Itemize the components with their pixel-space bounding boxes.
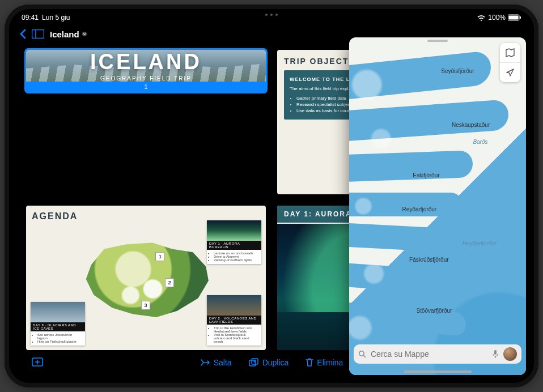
document-title[interactable]: Iceland (50, 29, 87, 39)
add-slide-button[interactable] (31, 357, 43, 368)
duplicate-label: Duplica (262, 358, 289, 367)
search-icon (358, 350, 366, 358)
map-label-water: Barðs (473, 139, 487, 145)
status-bar: 09:41 Lun 5 giu 100% (9, 9, 534, 24)
slide-1-title: ICELAND (90, 50, 202, 74)
svg-rect-15 (494, 350, 497, 355)
map-label: Stöðvarfjörður (417, 308, 452, 314)
svg-line-14 (363, 355, 366, 357)
mic-icon[interactable] (492, 350, 499, 359)
battery-percent: 100% (488, 14, 506, 22)
slide-1-wrap: ICELAND GEOGRAPHY FIELD TRIP 1 (26, 50, 266, 194)
slide-1-subtitle: GEOGRAPHY FIELD TRIP (90, 75, 202, 82)
day2-item: Trip to the Holuhraun and Herðubreið lav… (214, 326, 258, 333)
map-controls (500, 43, 520, 82)
map-label-water: Reyðarfjörður (463, 240, 497, 246)
slide-3[interactable]: AGENDA 1 2 3 DAY 1 · AURORA BOREALIS Lec… (26, 206, 266, 350)
trash-icon (306, 358, 313, 367)
skip-button[interactable]: Salta (200, 358, 232, 367)
wifi-icon (477, 14, 486, 21)
chevron-down-icon (82, 32, 87, 36)
back-button[interactable] (19, 29, 26, 39)
status-time: 09:41 (22, 14, 39, 22)
map-pin-1: 1 (155, 252, 164, 261)
battery-icon (508, 14, 521, 21)
day3-item: Sail across Jökulsárlón lagoon (37, 333, 82, 340)
map-label: Reyðarfjörður (402, 206, 437, 212)
multitask-dots-icon[interactable] (265, 14, 278, 16)
agenda-card-day2: DAY 2 · VOLCANOES AND LAVA FIELDS Trip t… (207, 295, 261, 346)
delete-button[interactable]: Elimina (306, 358, 343, 367)
map-label: Neskaupstaður (452, 122, 490, 128)
slide-1[interactable]: ICELAND GEOGRAPHY FIELD TRIP 1 (26, 50, 266, 92)
panel-grab-handle[interactable] (427, 40, 448, 42)
delete-label: Elimina (317, 358, 343, 367)
document-title-text: Iceland (50, 29, 79, 39)
svg-rect-1 (509, 16, 519, 20)
day1-item: Viewing of northern lights (214, 258, 258, 262)
duplicate-icon (249, 358, 259, 367)
status-date: Lun 5 giu (42, 14, 70, 22)
ipad-device: 09:41 Lun 5 giu 100% (5, 5, 538, 387)
day2-item: Visit to Snæfellsjökull volcano and blac… (214, 333, 258, 343)
map-pin-3: 3 (141, 301, 150, 310)
day3-item: Hike on Fjallsjökull glacier (37, 340, 82, 343)
maps-slideover-panel[interactable]: Seyðisfjörður Neskaupstaður Eskifjörður … (349, 37, 526, 375)
locate-me-button[interactable] (500, 62, 520, 82)
agenda-card-day3: DAY 3 · GLACIERS AND ICE CAVES Sail acro… (31, 302, 85, 346)
agenda-card-day1: DAY 1 · AURORA BOREALIS Lecture on auror… (207, 220, 261, 264)
maps-search-input[interactable] (371, 350, 487, 359)
skip-label: Salta (214, 358, 232, 367)
map-label: Fáskrúðsfjörður (409, 257, 448, 263)
sidebar-toggle-icon[interactable] (32, 29, 44, 39)
map-pin-2: 2 (165, 278, 174, 287)
map-mode-button[interactable] (500, 43, 520, 62)
screen: 09:41 Lun 5 giu 100% (9, 9, 534, 383)
svg-rect-2 (520, 16, 521, 19)
map-label: Seyðisfjörður (441, 68, 474, 74)
svg-point-13 (359, 351, 364, 356)
svg-rect-3 (32, 30, 44, 39)
duplicate-button[interactable]: Duplica (249, 358, 289, 367)
account-avatar[interactable] (503, 347, 517, 361)
map-label: Eskifjörður (413, 172, 439, 178)
skip-arrow-icon (200, 359, 210, 367)
home-indicator[interactable] (404, 370, 472, 373)
svg-point-5 (82, 32, 87, 36)
slide-1-number: 1 (26, 82, 266, 92)
map-surface[interactable]: Seyðisfjörður Neskaupstaður Eskifjörður … (349, 37, 526, 375)
maps-search-bar[interactable] (354, 344, 521, 364)
